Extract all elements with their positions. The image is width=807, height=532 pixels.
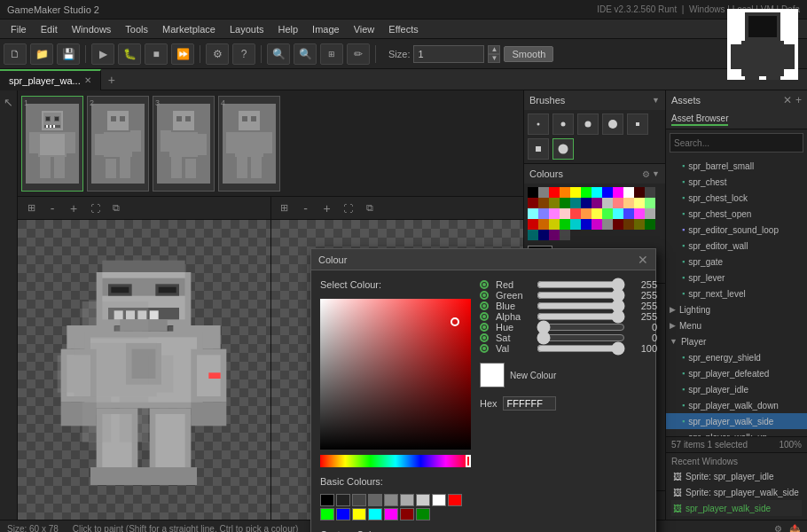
basic-colour-cell[interactable] — [432, 494, 446, 506]
colour-cell[interactable] — [592, 187, 602, 198]
basic-colour-cell[interactable] — [400, 494, 414, 506]
asset-tree-item[interactable]: ▪spr_next_level — [666, 286, 807, 301]
size-down-btn[interactable]: ▼ — [488, 54, 500, 63]
status-icon-2[interactable]: 📤 — [789, 524, 800, 532]
asset-tree-item[interactable]: ▪spr_lever — [666, 270, 807, 286]
basic-colour-cell[interactable] — [400, 508, 414, 520]
grid-btn[interactable]: ⊞ — [320, 43, 343, 65]
menu-marketplace[interactable]: Marketplace — [155, 22, 223, 36]
colour-cell[interactable] — [560, 208, 570, 219]
basic-colour-cell[interactable] — [384, 494, 398, 506]
colour-cell[interactable] — [645, 198, 655, 208]
hex-input[interactable] — [503, 396, 556, 411]
colour-cell[interactable] — [549, 219, 560, 230]
colour-cell[interactable] — [623, 187, 634, 198]
recent-window-item[interactable]: 🖼Sprite: spr_player_idle — [671, 468, 802, 484]
colour-cell[interactable] — [602, 187, 613, 198]
basic-colour-cell[interactable] — [448, 494, 462, 506]
asset-tree-item[interactable]: ▪spr_chest_lock — [666, 190, 807, 206]
colour-cell[interactable] — [581, 208, 592, 219]
tab-add-btn[interactable]: + — [101, 69, 122, 90]
colour-cell[interactable] — [634, 187, 645, 198]
colour-cell[interactable] — [623, 198, 634, 208]
colour-dialog-titlebar[interactable]: Colour ✕ — [311, 249, 655, 270]
asset-tree-item[interactable]: ▪spr_player_walk_up — [666, 429, 807, 436]
brush-small-dot[interactable] — [528, 113, 549, 135]
smooth-btn[interactable]: Smooth — [504, 46, 553, 62]
zoom-in-btn[interactable]: + — [64, 200, 83, 217]
colour-cell[interactable] — [602, 219, 613, 230]
size-input[interactable] — [413, 45, 484, 63]
menu-view[interactable]: View — [347, 22, 382, 36]
colour-cell[interactable] — [528, 198, 538, 208]
save-btn[interactable]: 💾 — [57, 43, 80, 65]
colours-settings-icon[interactable]: ⚙ — [642, 169, 650, 179]
colour-cell[interactable] — [623, 208, 634, 219]
radio-green[interactable] — [480, 291, 489, 300]
frame-2[interactable]: 2 — [87, 96, 149, 192]
colour-cell[interactable] — [634, 219, 645, 230]
basic-colour-cell[interactable] — [352, 508, 366, 520]
basic-colour-cell[interactable] — [416, 494, 430, 506]
zoom-in-btn[interactable]: 🔍 — [267, 43, 290, 65]
brushes-panel-header[interactable]: Brushes ▼ — [524, 90, 665, 110]
colour-cell[interactable] — [538, 208, 549, 219]
size-up-btn[interactable]: ▲ — [488, 45, 500, 54]
brush-med-dot[interactable] — [552, 113, 574, 135]
zoom-out-btn[interactable]: 🔍 — [294, 43, 317, 65]
colour-cell[interactable] — [581, 187, 592, 198]
split-btn[interactable]: ⧉ — [106, 200, 126, 217]
asset-tree-item[interactable]: ▪spr_editor_wall — [666, 238, 807, 254]
menu-layouts[interactable]: Layouts — [223, 22, 271, 36]
colour-cell[interactable] — [538, 198, 549, 208]
brush-small-sq[interactable] — [627, 113, 648, 135]
colour-cell[interactable] — [645, 187, 655, 198]
asset-tree-item[interactable]: ▼Player — [666, 333, 807, 349]
colour-cell[interactable] — [602, 208, 613, 219]
frame-3[interactable]: 3 — [153, 96, 215, 192]
asset-tree-item[interactable]: ▪spr_player_idle — [666, 381, 807, 397]
colour-cell[interactable] — [538, 219, 549, 230]
right-zoom-out-btn[interactable]: - — [296, 200, 316, 217]
menu-effects[interactable]: Effects — [381, 22, 425, 36]
asset-tree-item[interactable]: ▶Menu — [666, 317, 807, 333]
recent-window-item[interactable]: 🖼spr_player_walk_side — [671, 500, 802, 516]
colour-cell[interactable] — [613, 208, 623, 219]
basic-colour-cell[interactable] — [336, 494, 350, 506]
menu-help[interactable]: Help — [270, 22, 305, 36]
settings-btn[interactable]: ⚙ — [206, 43, 229, 65]
hue-slider[interactable] — [320, 455, 471, 467]
colours-panel-header[interactable]: Colours ⚙ ▼ — [524, 164, 665, 184]
colour-cell[interactable] — [634, 208, 645, 219]
colour-cell[interactable] — [581, 198, 592, 208]
colour-cell[interactable] — [528, 187, 538, 198]
colour-cell[interactable] — [581, 219, 592, 230]
colour-cell[interactable] — [613, 187, 623, 198]
asset-browser-close-btn[interactable]: ✕ — [783, 94, 792, 106]
radio-blue[interactable] — [480, 301, 489, 310]
step-btn[interactable]: ⏩ — [171, 43, 194, 65]
menu-file[interactable]: File — [4, 22, 34, 36]
zoom-out-btn[interactable]: - — [43, 200, 62, 217]
right-zoom-in-btn[interactable]: + — [317, 200, 337, 217]
asset-tree-item[interactable]: ▪spr_editor_sound_loop — [666, 222, 807, 238]
frame-1[interactable]: 1 — [21, 96, 83, 192]
colour-gradient-picker[interactable] — [320, 299, 471, 450]
radio-red[interactable] — [480, 280, 489, 289]
new-btn[interactable]: 🗋 — [4, 43, 27, 65]
colour-cell[interactable] — [634, 198, 645, 208]
asset-tree-item[interactable]: ▪spr_energy_shield — [666, 349, 807, 365]
colour-cell[interactable] — [570, 219, 581, 230]
brush-large-sq[interactable] — [552, 138, 574, 160]
colour-cell[interactable] — [528, 219, 538, 230]
basic-colour-cell[interactable] — [320, 494, 334, 506]
asset-tree-item[interactable]: ▪spr_player_walk_side — [666, 413, 807, 429]
tool-select[interactable]: ↖ — [1, 94, 17, 110]
colour-cell[interactable] — [602, 198, 613, 208]
colour-cell[interactable] — [613, 219, 623, 230]
asset-tree-item[interactable]: ▪spr_gate — [666, 254, 807, 270]
play-btn[interactable]: ▶ — [91, 43, 114, 65]
asset-tree-item[interactable]: ▪spr_barrel_small — [666, 158, 807, 174]
asset-tree-item[interactable]: ▶Lighting — [666, 301, 807, 317]
brush-large-dot[interactable] — [577, 113, 599, 135]
